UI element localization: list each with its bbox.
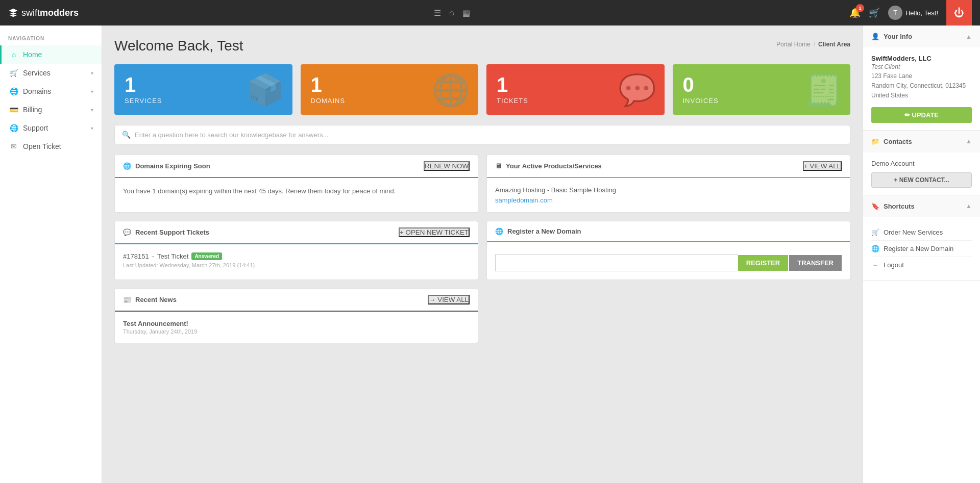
ticket-id: #178151 xyxy=(123,252,149,260)
search-icon: 🔍 xyxy=(122,131,131,139)
breadcrumb-home[interactable]: Portal Home xyxy=(776,41,811,48)
register-domain-title: Register a New Domain xyxy=(507,227,581,235)
logout-button[interactable]: ⏻ xyxy=(946,0,972,26)
register-domain-panel: 🌐 Register a New Domain REGISTER TRANSFE… xyxy=(486,221,850,280)
sidebar-nav-label: NAVIGATION xyxy=(0,32,102,45)
view-all-news-button[interactable]: → VIEW ALL xyxy=(428,295,470,304)
stat-card-tickets[interactable]: 1 TICKETS 💬 xyxy=(486,64,665,115)
sidebar: NAVIGATION ⌂ Home 🛒 Services ▾ 🌐 Domains… xyxy=(0,26,102,483)
domain-register-input[interactable] xyxy=(495,255,738,271)
notification-badge: 1 xyxy=(856,4,864,12)
news-item: Test Announcement! Thursday, January 24t… xyxy=(123,320,470,335)
domain-register-form: REGISTER TRANSFER xyxy=(495,255,842,271)
sidebar-item-services[interactable]: 🛒 Services ▾ xyxy=(0,64,102,82)
shortcut-register-label: Register a New Domain xyxy=(884,245,953,252)
stat-card-services[interactable]: 1 SERVICES 📦 xyxy=(114,64,292,115)
contacts-body: Demo Account + NEW CONTACT... xyxy=(863,152,980,195)
recent-news-title: Recent News xyxy=(135,296,177,303)
sidebar-item-domains[interactable]: 🌐 Domains ▾ xyxy=(0,82,102,100)
chevron-icon: ▾ xyxy=(91,70,93,76)
ticket-badge: Answered xyxy=(191,252,222,260)
page-header: Welcome Back, Test Portal Home / Client … xyxy=(114,38,850,54)
sidebar-item-home[interactable]: ⌂ Home xyxy=(0,45,102,64)
product-link[interactable]: sampledomain.com xyxy=(495,196,553,204)
cart-icon: 🛒 xyxy=(871,228,879,236)
shortcut-logout[interactable]: ← Logout xyxy=(871,257,972,273)
brand-light: swift xyxy=(21,8,40,18)
page-layout: NAVIGATION ⌂ Home 🛒 Services ▾ 🌐 Domains… xyxy=(0,26,980,483)
active-products-title: Your Active Products/Services xyxy=(506,162,602,170)
shortcut-order-label: Order New Services xyxy=(884,228,943,236)
chevron-up-icon: ▲ xyxy=(966,138,972,145)
sidebar-label-services: Services xyxy=(23,69,51,77)
panels-row-top: 🌐 Domains Expiring Soon RENEW NOW You ha… xyxy=(114,155,850,213)
shortcut-order-services[interactable]: 🛒 Order New Services xyxy=(871,224,972,241)
register-domain-header: 🌐 Register a New Domain xyxy=(487,221,850,242)
search-bar: 🔍 xyxy=(114,125,850,144)
open-new-ticket-button[interactable]: + OPEN NEW TICKET xyxy=(399,227,470,237)
active-products-body: Amazing Hosting - Basic Sample Hosting s… xyxy=(487,178,850,212)
sidebar-item-open-ticket[interactable]: ✉ Open Ticket xyxy=(0,137,102,156)
register-domain-body: REGISTER TRANSFER xyxy=(487,242,850,279)
notification-bell[interactable]: 🔔 1 xyxy=(849,7,861,18)
register-button[interactable]: REGISTER xyxy=(738,255,788,271)
address-country: United States xyxy=(871,92,908,99)
ticket-separator: - xyxy=(152,252,154,260)
brand-bold: modders xyxy=(40,8,79,18)
sidebar-label-billing: Billing xyxy=(23,106,42,114)
update-button[interactable]: ✏ UPDATE xyxy=(871,107,972,123)
shortcuts-header[interactable]: 🔖 Shortcuts ▲ xyxy=(863,195,980,217)
sidebar-item-support[interactable]: 🌐 Support ▾ xyxy=(0,119,102,137)
topnav-icons: 🔔 1 🛒 T Hello, Test! xyxy=(849,6,938,20)
domains-bg-icon: 🌐 xyxy=(432,71,470,108)
chevron-up-icon: ▲ xyxy=(966,202,972,210)
home-icon[interactable]: ⌂ xyxy=(449,8,454,17)
stat-card-domains[interactable]: 1 DOMAINS 🌐 xyxy=(301,64,479,115)
new-contact-button[interactable]: + NEW CONTACT... xyxy=(871,172,972,188)
domains-expiring-header: 🌐 Domains Expiring Soon RENEW NOW xyxy=(115,155,478,178)
your-info-header[interactable]: 👤 Your Info ▲ xyxy=(863,26,980,47)
transfer-button[interactable]: TRANSFER xyxy=(789,255,842,271)
support-icon: 🌐 xyxy=(10,124,18,132)
cart-icon[interactable]: 🛒 xyxy=(869,7,880,18)
view-all-button[interactable]: + VIEW ALL xyxy=(803,161,842,171)
recent-news-body: Test Announcement! Thursday, January 24t… xyxy=(115,312,478,343)
chevron-icon: ▾ xyxy=(91,89,93,94)
hamburger-icon[interactable]: ☰ xyxy=(434,8,441,18)
address-line2: Random City, Connecticut, 012345 xyxy=(871,82,966,89)
support-tickets-panel: 💬 Recent Support Tickets + OPEN NEW TICK… xyxy=(114,221,478,280)
invoices-count: 0 xyxy=(683,74,719,95)
topnav-mid-icons: ☰ ⌂ ▦ xyxy=(424,8,849,18)
renew-now-button[interactable]: RENEW NOW xyxy=(424,161,470,171)
contacts-header[interactable]: 📁 Contacts ▲ xyxy=(863,131,980,152)
ticket-name: Test Ticket xyxy=(157,252,188,260)
shortcut-register-domain[interactable]: 🌐 Register a New Domain xyxy=(871,241,972,257)
ticket-date: Last Updated: Wednesday, March 27th, 201… xyxy=(123,262,470,268)
sidebar-label-open-ticket: Open Ticket xyxy=(23,142,61,150)
grid-icon[interactable]: ▦ xyxy=(462,8,470,18)
support-tickets-body: #178151 - Test Ticket Answered Last Upda… xyxy=(115,244,478,276)
billing-icon: 💳 xyxy=(10,106,18,114)
stat-card-invoices[interactable]: 0 INVOICES 🧾 xyxy=(673,64,851,115)
invoices-label: INVOICES xyxy=(683,97,719,105)
shortcuts-icon: 🔖 xyxy=(871,202,879,210)
recent-news-panel: 📰 Recent News → VIEW ALL Test Announceme… xyxy=(114,288,478,343)
avatar: T xyxy=(888,6,902,20)
search-input[interactable] xyxy=(135,131,843,139)
breadcrumb-sep: / xyxy=(814,41,815,48)
breadcrumb: Portal Home / Client Area xyxy=(776,41,850,48)
your-info-body: SwiftModders, LLC Test Client 123 Fake L… xyxy=(863,47,980,130)
bottom-right-spacer xyxy=(486,288,850,343)
topnav: swiftmodders ☰ ⌂ ▦ 🔔 1 🛒 T Hello, Test! … xyxy=(0,0,980,26)
tickets-count: 1 xyxy=(497,74,528,95)
main-content: Welcome Back, Test Portal Home / Client … xyxy=(102,26,863,483)
home-icon: ⌂ xyxy=(10,50,18,59)
support-tickets-title: Recent Support Tickets xyxy=(135,228,209,236)
support-tickets-header: 💬 Recent Support Tickets + OPEN NEW TICK… xyxy=(115,221,478,244)
your-info-section: 👤 Your Info ▲ SwiftModders, LLC Test Cli… xyxy=(863,26,980,131)
domains-expiring-title: Domains Expiring Soon xyxy=(135,162,210,170)
sidebar-item-billing[interactable]: 💳 Billing ▾ xyxy=(0,100,102,119)
right-sidebar: 👤 Your Info ▲ SwiftModders, LLC Test Cli… xyxy=(863,26,980,483)
news-icon: 📰 xyxy=(123,296,131,303)
domains-expiring-text: You have 1 domain(s) expiring within the… xyxy=(123,186,470,197)
